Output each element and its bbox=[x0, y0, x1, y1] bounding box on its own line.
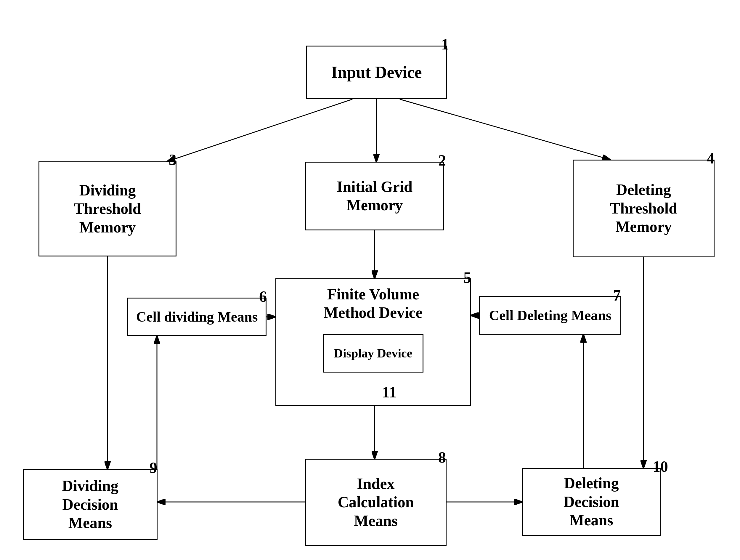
cell-deleting-means-box: Cell Deleting Means bbox=[479, 296, 621, 335]
finite-volume-box: Finite VolumeMethod Device Display Devic… bbox=[275, 278, 471, 406]
index-calculation-means-label: IndexCalculationMeans bbox=[338, 475, 414, 530]
num-5: 5 bbox=[463, 269, 471, 286]
num-11: 11 bbox=[382, 383, 396, 401]
svg-line-4 bbox=[400, 99, 610, 160]
num-3: 3 bbox=[169, 151, 177, 169]
dividing-decision-means-box: DividingDecisionMeans bbox=[23, 469, 158, 540]
num-4: 4 bbox=[707, 150, 715, 167]
num-1: 1 bbox=[441, 35, 449, 53]
deleting-threshold-memory-box: DeletingThresholdMemory bbox=[573, 160, 715, 257]
dividing-threshold-memory-label: DividingThresholdMemory bbox=[74, 181, 141, 237]
svg-line-2 bbox=[167, 99, 352, 161]
display-device-label: Display Device bbox=[334, 346, 412, 361]
initial-grid-memory-box: Initial GridMemory bbox=[305, 162, 444, 230]
dividing-decision-means-label: DividingDecisionMeans bbox=[62, 477, 118, 532]
deleting-threshold-memory-label: DeletingThresholdMemory bbox=[610, 181, 677, 236]
input-device-label: Input Device bbox=[331, 63, 422, 82]
display-device-box: Display Device bbox=[323, 334, 424, 373]
num-2: 2 bbox=[438, 152, 446, 169]
index-calculation-means-box: IndexCalculationMeans bbox=[305, 459, 447, 546]
num-10: 10 bbox=[653, 458, 668, 475]
cell-dividing-means-box: Cell dividing Means bbox=[127, 298, 267, 336]
deleting-decision-means-label: DeletingDecisionMeans bbox=[563, 474, 619, 530]
finite-volume-label: Finite VolumeMethod Device bbox=[323, 285, 423, 322]
num-9: 9 bbox=[150, 459, 157, 476]
dividing-threshold-memory-box: DividingThresholdMemory bbox=[38, 161, 177, 257]
deleting-decision-means-box: DeletingDecisionMeans bbox=[522, 468, 661, 536]
num-7: 7 bbox=[613, 287, 621, 304]
diagram: Input Device 1 Initial GridMemory 2 Divi… bbox=[0, 0, 740, 560]
cell-dividing-means-label: Cell dividing Means bbox=[136, 308, 258, 325]
num-6: 6 bbox=[259, 288, 267, 305]
input-device-box: Input Device bbox=[306, 45, 447, 99]
cell-deleting-means-label: Cell Deleting Means bbox=[489, 307, 611, 324]
initial-grid-memory-label: Initial GridMemory bbox=[337, 178, 412, 215]
num-8: 8 bbox=[438, 449, 446, 466]
